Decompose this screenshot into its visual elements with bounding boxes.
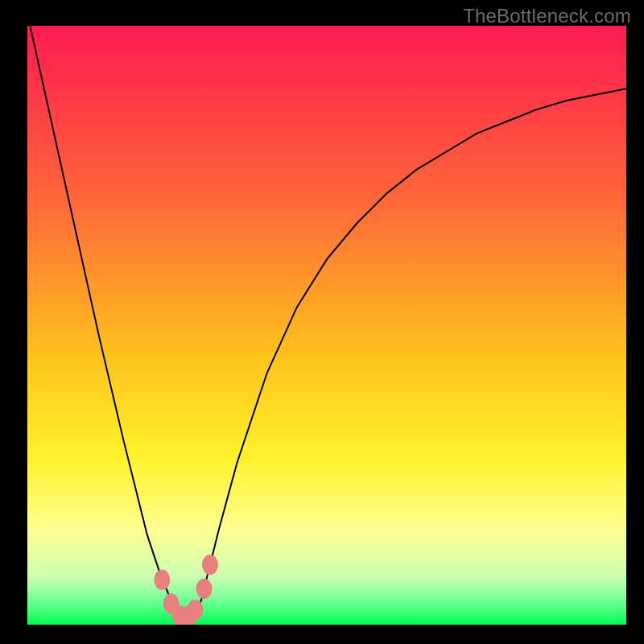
curve-marker	[154, 570, 170, 590]
chart-frame: TheBottleneck.com	[0, 0, 644, 644]
watermark-text: TheBottleneck.com	[463, 5, 631, 27]
curve-marker	[196, 579, 212, 599]
curve-marker	[202, 555, 218, 575]
curve-marker	[187, 600, 203, 620]
bottleneck-chart	[27, 26, 626, 625]
gradient-background	[27, 26, 626, 625]
